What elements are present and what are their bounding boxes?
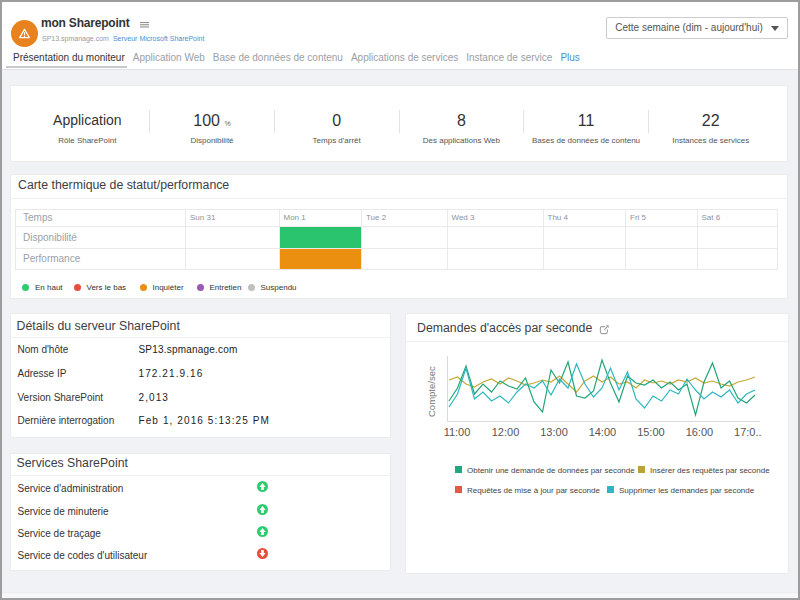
svg-text:12:00: 12:00 xyxy=(492,426,520,438)
svg-text:13:00: 13:00 xyxy=(540,426,568,438)
svg-text:16:00: 16:00 xyxy=(686,426,714,438)
svg-text:17:0..: 17:0.. xyxy=(734,426,762,438)
svg-text:14:00: 14:00 xyxy=(589,426,617,438)
svg-text:15:00: 15:00 xyxy=(637,426,665,438)
svg-text:Compte/sec: Compte/sec xyxy=(426,366,437,417)
svg-text:11:00: 11:00 xyxy=(444,426,471,438)
